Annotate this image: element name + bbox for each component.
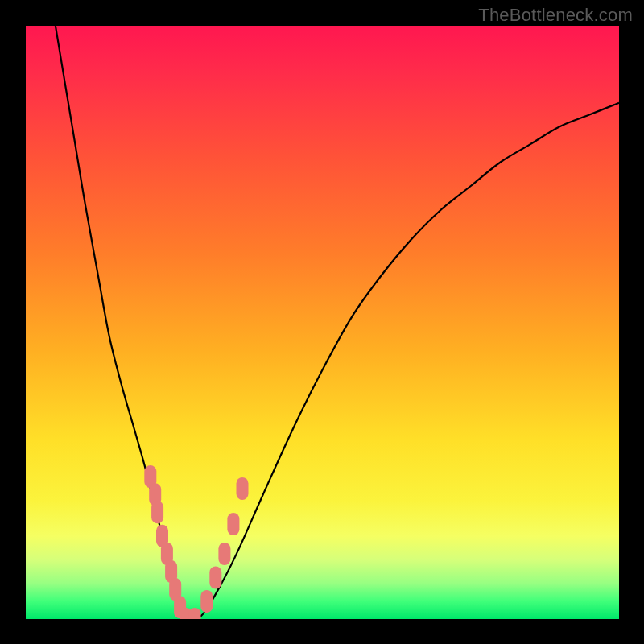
chart-frame: TheBottleneck.com [0, 0, 644, 644]
marker-left-cluster [151, 501, 163, 523]
marker-right-cluster [237, 477, 249, 500]
bottleneck-curve [56, 26, 619, 619]
marker-bottom [189, 608, 201, 619]
marker-right-cluster [227, 513, 239, 535]
marker-right-cluster [209, 566, 221, 588]
watermark-text: TheBottleneck.com [478, 5, 633, 26]
data-markers [144, 465, 248, 619]
plot-area [26, 26, 619, 619]
marker-right-cluster [200, 590, 213, 613]
curve-layer [26, 26, 619, 619]
marker-right-cluster [218, 543, 230, 565]
